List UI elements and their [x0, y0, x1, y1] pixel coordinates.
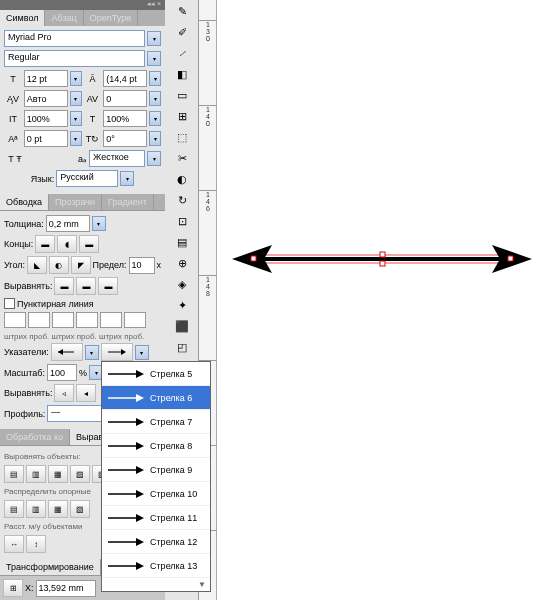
- align-center[interactable]: ▬: [54, 277, 74, 295]
- cap-round[interactable]: ◖: [57, 235, 77, 253]
- align-tip2[interactable]: ◂: [76, 384, 96, 402]
- tab-gradient[interactable]: Градиент: [102, 194, 154, 210]
- scale-input[interactable]: [47, 364, 77, 381]
- arrow-end-select[interactable]: [101, 343, 133, 361]
- lang-label: Язык:: [31, 174, 55, 184]
- tool-button[interactable]: ◐: [168, 169, 196, 189]
- tool-button[interactable]: ✦: [168, 295, 196, 315]
- dropdown-icon[interactable]: ▾: [70, 111, 82, 126]
- align-btn[interactable]: ▥: [26, 465, 46, 483]
- dropdown-icon[interactable]: ▾: [149, 91, 161, 106]
- join-bevel[interactable]: ◤: [71, 256, 91, 274]
- x-label: X:: [25, 583, 34, 593]
- svg-marker-15: [136, 490, 144, 498]
- tool-button[interactable]: ⊕: [168, 253, 196, 273]
- lang-select[interactable]: Русский: [56, 170, 118, 187]
- dropdown-icon[interactable]: ▾: [147, 51, 161, 66]
- tool-button[interactable]: ↻: [168, 190, 196, 210]
- dashed-checkbox[interactable]: [4, 298, 15, 309]
- tab-transparency[interactable]: Прозрачн: [49, 194, 102, 210]
- aa-select[interactable]: Жесткое: [89, 150, 145, 167]
- join-miter[interactable]: ◣: [27, 256, 47, 274]
- dist-btn[interactable]: ▧: [70, 500, 90, 518]
- dist-btn[interactable]: ▤: [4, 500, 24, 518]
- vscale-input[interactable]: [24, 110, 68, 127]
- cap-butt[interactable]: ▬: [35, 235, 55, 253]
- tool-button[interactable]: ⬛: [168, 316, 196, 336]
- dropdown-scroll-down-icon[interactable]: ▼: [102, 578, 210, 591]
- tool-button[interactable]: ◈: [168, 274, 196, 294]
- cap-square[interactable]: ▬: [79, 235, 99, 253]
- arrow-option[interactable]: Стрелка 12: [102, 530, 210, 554]
- align-btn[interactable]: ▤: [4, 465, 24, 483]
- dropdown-icon[interactable]: ▾: [149, 111, 161, 126]
- tab-transform[interactable]: Трансформирование: [0, 559, 101, 575]
- dropdown-icon[interactable]: ▾: [92, 216, 106, 231]
- kerning-input[interactable]: [24, 90, 68, 107]
- dropdown-icon[interactable]: ▾: [70, 71, 82, 86]
- arrow-option[interactable]: Стрелка 5: [102, 362, 210, 386]
- arrow-start-select[interactable]: [51, 343, 83, 361]
- dist-btn[interactable]: ▥: [26, 500, 46, 518]
- tool-button[interactable]: ⟋: [168, 43, 196, 63]
- arrow-option[interactable]: Стрелка 9: [102, 458, 210, 482]
- font-style-select[interactable]: Regular: [4, 50, 145, 67]
- tool-button[interactable]: ⊡: [168, 211, 196, 231]
- font-size-input[interactable]: [24, 70, 68, 87]
- tab-paragraph[interactable]: Абзац: [45, 10, 83, 26]
- dropdown-icon[interactable]: ▾: [85, 345, 99, 360]
- dropdown-icon[interactable]: ▾: [147, 31, 161, 46]
- limit-input[interactable]: [129, 257, 155, 274]
- dropdown-icon[interactable]: ▾: [147, 151, 161, 166]
- align-outside[interactable]: ▬: [98, 277, 118, 295]
- tool-button[interactable]: ◧: [168, 64, 196, 84]
- dropdown-icon[interactable]: ▾: [149, 71, 161, 86]
- dropdown-icon[interactable]: ▾: [135, 345, 149, 360]
- rotate-input[interactable]: [103, 130, 147, 147]
- arrow-option[interactable]: Стрелка 11: [102, 506, 210, 530]
- baseline-input[interactable]: [24, 130, 68, 147]
- tool-button[interactable]: ▭: [168, 85, 196, 105]
- dist-btn[interactable]: ▦: [48, 500, 68, 518]
- align-tip1[interactable]: ◃: [54, 384, 74, 402]
- align-btn[interactable]: ▧: [70, 465, 90, 483]
- x-input[interactable]: [36, 580, 96, 597]
- dropdown-icon[interactable]: ▾: [70, 91, 82, 106]
- scale-unit: %: [79, 368, 87, 378]
- weight-input[interactable]: [46, 215, 90, 232]
- dropdown-icon[interactable]: ▾: [120, 171, 134, 186]
- leading-input[interactable]: [103, 70, 147, 87]
- tool-button[interactable]: ▤: [168, 232, 196, 252]
- svg-marker-9: [136, 418, 144, 426]
- arrow-object[interactable]: [232, 245, 532, 275]
- ref-point[interactable]: ⊞: [3, 579, 23, 597]
- arrow-option[interactable]: Стрелка 10: [102, 482, 210, 506]
- canvas[interactable]: [217, 0, 533, 600]
- tab-path[interactable]: Обработка ко: [0, 429, 70, 445]
- tracking-input[interactable]: [103, 90, 147, 107]
- tab-symbol[interactable]: Символ: [0, 10, 45, 26]
- space-btn[interactable]: ↕: [26, 535, 46, 553]
- arrow-option[interactable]: Стрелка 13: [102, 554, 210, 578]
- tool-button[interactable]: ◰: [168, 337, 196, 357]
- space-btn[interactable]: ↔: [4, 535, 24, 553]
- arrow-option[interactable]: Стрелка 8: [102, 434, 210, 458]
- join-round[interactable]: ◐: [49, 256, 69, 274]
- align-inside[interactable]: ▬: [76, 277, 96, 295]
- tool-button[interactable]: ✎: [168, 1, 196, 21]
- tab-opentype[interactable]: OpenType: [84, 10, 139, 26]
- tab-stroke[interactable]: Обводка: [0, 194, 49, 210]
- tool-button[interactable]: ✐: [168, 22, 196, 42]
- dropdown-icon[interactable]: ▾: [149, 131, 161, 146]
- arrow-option[interactable]: Стрелка 6: [102, 386, 210, 410]
- hscale-input[interactable]: [103, 110, 147, 127]
- dropdown-icon[interactable]: ▾: [70, 131, 82, 146]
- font-size-icon: T: [4, 70, 22, 87]
- tool-button[interactable]: ⬚: [168, 127, 196, 147]
- arrow-option[interactable]: Стрелка 7: [102, 410, 210, 434]
- align-btn[interactable]: ▦: [48, 465, 68, 483]
- font-family-select[interactable]: Myriad Pro: [4, 30, 145, 47]
- tool-button[interactable]: ✂: [168, 148, 196, 168]
- baseline-icon: Aª: [4, 130, 22, 147]
- tool-button[interactable]: ⊞: [168, 106, 196, 126]
